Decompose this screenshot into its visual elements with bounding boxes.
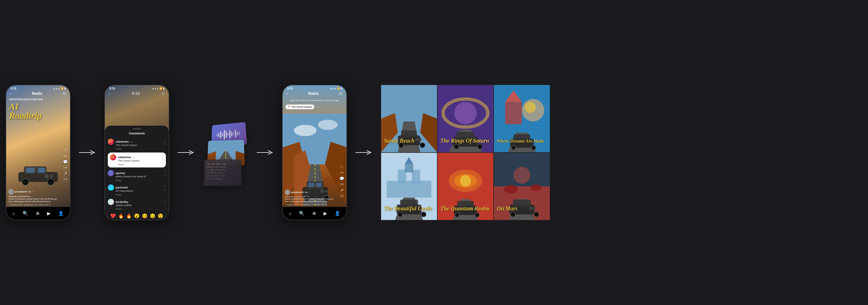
svg-point-65 xyxy=(454,102,476,124)
comment3-reply[interactable]: Reply xyxy=(116,179,166,182)
svg-text:behind red rocks...: behind red rocks... xyxy=(207,166,229,168)
phone2-top-caption: Made with Gemini and some friendly human… xyxy=(285,100,344,109)
phone2-camera-icon[interactable]: ⊙ xyxy=(339,91,342,96)
emoji-heart[interactable]: ❤️ xyxy=(110,213,116,219)
phone2-username[interactable]: googlepixel_us xyxy=(291,191,308,193)
comment-item-5: k kyrabolley bubble bubble Reply ♡ 1 xyxy=(105,197,169,212)
grid-section-wrapper: @kyrabolley Sandy Beach xyxy=(375,85,556,220)
phone1-username[interactable]: googlepixel_us xyxy=(15,190,31,193)
emoji-fire2[interactable]: 🔥 xyxy=(126,213,132,219)
svg-rect-74 xyxy=(505,102,522,124)
phone2-reels-icon[interactable]: ▶ xyxy=(323,211,327,216)
comments-panel-wrapper: 9:15 ▲▲▲ 📶 ▮ ‹ 9:15 ⊙ Comments m xyxy=(99,85,175,220)
comment4-reply[interactable]: Reply xyxy=(116,193,166,196)
comments-sheet: Comments m mikelecher 1s The Grand Canyo… xyxy=(105,126,169,220)
svg-point-92 xyxy=(398,212,403,217)
phone1-camera-icon[interactable]: ⊙ xyxy=(63,91,66,96)
phone1-add-icon[interactable]: ⊕ xyxy=(36,211,39,216)
grid-row-2: @jaychen The Beautiful Ca xyxy=(381,152,550,220)
phone1-reels-icon[interactable]: ▶ xyxy=(47,211,51,216)
svg-rect-17 xyxy=(229,130,230,138)
phone2-add-icon[interactable]: ⊕ xyxy=(312,211,316,216)
svg-point-82 xyxy=(531,145,536,150)
arrow3 xyxy=(254,149,276,156)
comment-item-3: j jaychan where dreams are made of Reply… xyxy=(105,169,169,183)
svg-point-108 xyxy=(530,185,541,191)
svg-point-101 xyxy=(455,213,459,217)
emoji-surprise[interactable]: 😲 xyxy=(158,213,163,219)
comments-status-bar: 9:15 ▲▲▲ 📶 ▮ xyxy=(105,85,169,91)
grid-cell-2-title: The Rings Of Saturn xyxy=(440,138,491,144)
highlighted-heart[interactable]: ♡ xyxy=(161,154,164,157)
phone1-share-icon[interactable]: ↗ xyxy=(64,171,67,176)
phone1-caption-text: Replying to @mikelecher Leave a comment … xyxy=(8,195,59,203)
comments-camera-icon[interactable]: ⊙ xyxy=(161,91,165,96)
highlighted-like-area: ♡ 2 xyxy=(161,154,164,160)
grid-cell-1[interactable]: @kyrabolley Sandy Beach xyxy=(381,85,437,152)
emoji-sad[interactable]: 😔 xyxy=(150,213,155,219)
comments-battery-icon: ▮ xyxy=(163,87,164,90)
phone2-back-icon[interactable]: ‹ xyxy=(287,91,288,96)
comment5-heart[interactable]: ♡ xyxy=(163,200,166,203)
phone2-home-icon[interactable]: ⌂ xyxy=(289,211,292,216)
phone2-profile-icon[interactable]: 👤 xyxy=(335,211,340,216)
comment4-like-area: ♡ 2 xyxy=(163,185,166,191)
phone1-back-icon[interactable]: ‹ xyxy=(10,91,11,96)
comment1-user: mikelecher xyxy=(116,140,129,143)
comment1-reply[interactable]: Reply xyxy=(116,147,166,150)
phone1-comment-icon[interactable]: 💬 xyxy=(63,160,68,164)
phone1-heart-icon[interactable]: ♡ xyxy=(63,148,67,152)
comment1-body: mikelecher 1s The Grand Canyon Reply xyxy=(116,139,166,150)
phone2-comment-icon[interactable]: 💬 xyxy=(339,176,344,181)
phone2-user-row: G googlepixel_us ✓ xyxy=(285,190,335,195)
svg-text:A road stretches: A road stretches xyxy=(207,169,226,171)
highlighted-reply[interactable]: Reply xyxy=(118,163,159,166)
phone1-profile-icon[interactable]: 👤 xyxy=(58,211,64,216)
phone2-time: 9:15 xyxy=(287,87,293,90)
comment1-heart[interactable]: ♡ xyxy=(163,139,166,143)
phone1-home-icon[interactable]: ⌂ xyxy=(12,211,15,216)
svg-point-2 xyxy=(22,178,29,185)
comment5-text: bubble bubble xyxy=(116,204,166,207)
comment3-heart[interactable]: ♡ xyxy=(163,171,166,174)
svg-rect-87 xyxy=(405,164,413,172)
grid-cell-3[interactable]: @cassieh Where Dreams Are Made xyxy=(494,85,550,152)
wifi-icon: 📶 xyxy=(61,87,63,90)
phone2-heart-icon[interactable]: ♡ xyxy=(340,165,344,169)
comment4-heart[interactable]: ♡ xyxy=(163,185,166,188)
svg-rect-4 xyxy=(26,168,35,173)
svg-point-6 xyxy=(44,174,49,178)
emoji-smile[interactable]: 😊 xyxy=(142,213,148,219)
phone1-search-icon[interactable]: 🔍 xyxy=(23,211,28,216)
grid-cell-4[interactable]: @jaychen The Beautiful Ca xyxy=(381,152,437,220)
phone1-frame: 9:15 ▲▲▲ 📶 ▮ ‹ Reels ⊙ #BESTPHONESFOREVE… xyxy=(6,85,70,220)
svg-point-102 xyxy=(475,213,479,217)
grid-cell-2[interactable]: @arhes The Rings Of Saturn xyxy=(437,85,494,152)
grid-cell-5[interactable]: @soyboan The Quantum Real xyxy=(437,152,494,220)
phone2-location-text: The Grand Canyon xyxy=(292,106,312,108)
phone1-likes-count: 172 xyxy=(63,155,67,157)
main-scene: 9:15 ▲▲▲ 📶 ▮ ‹ Reels ⊙ #BESTPHONESFOREVE… xyxy=(0,0,868,305)
phone2-search-icon[interactable]: 🔍 xyxy=(299,211,305,216)
phone1-audio: ♪ Original Audio • googlepixel_us • Made… xyxy=(8,204,59,205)
grid-cell-3-title: Where Dreams Are Made xyxy=(497,139,547,144)
svg-rect-5 xyxy=(38,168,45,173)
emoji-fire1[interactable]: 🔥 xyxy=(118,213,124,219)
phone2-share-icon[interactable]: ↗ xyxy=(340,188,344,192)
comment-item-1: m mikelecher 1s The Grand Canyon Reply ♡… xyxy=(105,137,169,151)
phone2-wrapper: 9:15 ▲▲▲ 📶 ▮ ‹ Reels ⊙ Made with Gemini … xyxy=(276,85,352,220)
emoji-wow[interactable]: 😮 xyxy=(134,213,140,219)
grid-cell-6[interactable]: @jrschneidt xyxy=(494,152,550,220)
highlighted-text: The Grand Canyon xyxy=(118,159,159,163)
comment3-avatar: j xyxy=(108,170,114,176)
svg-text:to the horizon: to the horizon xyxy=(207,172,223,174)
comment1-time: 1s xyxy=(130,141,132,143)
comment4-user: jaychen81 xyxy=(116,186,128,189)
highlighted-user: mikelecher xyxy=(118,156,131,159)
svg-rect-50 xyxy=(308,183,314,187)
comment5-reply[interactable]: Reply xyxy=(116,207,166,210)
comments-nav-bar: ‹ 9:15 ⊙ xyxy=(105,91,169,97)
comments-back-icon[interactable]: ‹ xyxy=(109,91,110,96)
phone2-bottom-nav: ⌂ 🔍 ⊕ ▶ 👤 xyxy=(283,207,346,220)
svg-point-7 xyxy=(50,174,53,178)
